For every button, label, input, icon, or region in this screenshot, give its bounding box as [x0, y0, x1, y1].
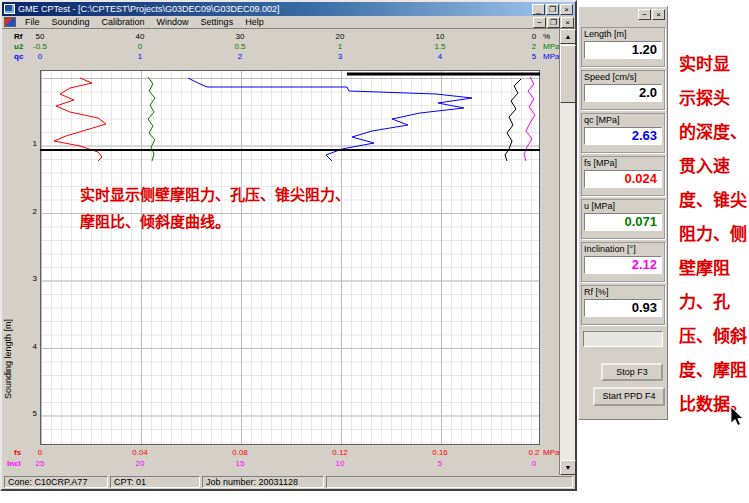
readout-value: 2.0	[584, 84, 662, 102]
readout-speed: Speed [cm/s]2.0	[581, 70, 665, 110]
status-cone: Cone: C10CRP.A77	[4, 476, 108, 488]
readout-label: fs [MPa]	[584, 158, 662, 168]
readout-qc: qc [MPa]2.63	[581, 113, 665, 153]
menu-item-file[interactable]: File	[19, 17, 46, 27]
axis-tick: 20	[120, 459, 160, 468]
axis-tick: 5	[420, 459, 460, 468]
axis-tick: -0.5	[20, 42, 60, 51]
vertical-scrollbar[interactable]: ▲ ▼	[559, 29, 575, 475]
axis-tick: 10	[320, 459, 360, 468]
close-button[interactable]: ×	[560, 4, 573, 15]
scrollbar-thumb[interactable]	[560, 45, 576, 103]
readout-label: u [MPa]	[584, 201, 662, 211]
status-job: Job number: 20031128	[202, 476, 324, 488]
readout-label: Rf [%]	[584, 287, 662, 297]
menu-item-settings[interactable]: Settings	[195, 17, 240, 27]
u2-axis-unit: MPa	[543, 42, 559, 51]
mouse-cursor-icon	[729, 406, 745, 427]
app-window: GME CPTest - [C:\CPTEST\Projects\G03DEC0…	[0, 0, 577, 491]
axis-tick: 15	[220, 459, 260, 468]
incl-axis-label: Incl	[7, 459, 21, 468]
axis-tick: 0	[20, 448, 60, 457]
axis-tick: 0	[20, 52, 60, 61]
readout-length: Length [m]1.20	[581, 27, 665, 67]
window-title: GME CPTest - [C:\CPTEST\Projects\G03DEC0…	[18, 4, 529, 14]
readout-blank-box	[583, 331, 663, 347]
axis-tick: 0.16	[420, 448, 460, 457]
axis-tick: 0.12	[320, 448, 360, 457]
axis-tick: 1	[120, 52, 160, 61]
minimize-button[interactable]: _	[532, 4, 545, 15]
u2-axis-row: u2 -0.500.511.52 MPa	[2, 42, 575, 52]
axis-tick: 10	[420, 32, 460, 41]
rf-axis-row: Rf 50403020100 %	[2, 32, 575, 42]
curves-plot	[40, 70, 540, 445]
readout-value: 0.071	[584, 213, 662, 231]
curve-qc	[188, 78, 472, 161]
readout-u: u [MPa]0.071	[581, 199, 665, 239]
readout-value: 0.024	[584, 170, 662, 188]
readout-rf: Rf [%]0.93	[581, 285, 665, 325]
axis-tick: 2	[220, 52, 260, 61]
axis-tick: 50	[20, 32, 60, 41]
axis-tick: 0.08	[220, 448, 260, 457]
start-ppd-button[interactable]: Start PPD F4	[593, 387, 665, 406]
incl-axis-row: Incl 2520151050	[2, 459, 575, 469]
depth-tick: 4	[22, 342, 37, 351]
axis-tick: 25	[20, 459, 60, 468]
plot-client-area: Rf 50403020100 % u2 -0.500.511.52 MPa qc…	[2, 29, 575, 475]
fs-axis-row: fs 00.040.080.120.160.2 MPa	[2, 448, 575, 458]
depth-tick: 1	[22, 139, 37, 148]
readout-fs: fs [MPa]0.024	[581, 156, 665, 196]
rf-axis-unit: %	[543, 32, 550, 41]
axis-tick: 40	[120, 32, 160, 41]
depth-tick: 2	[22, 207, 37, 216]
titlebar[interactable]: GME CPTest - [C:\CPTEST\Projects\G03DEC0…	[2, 2, 575, 16]
child-close-button[interactable]: ×	[561, 17, 574, 28]
y-axis-title: Sounding length [m]	[3, 169, 13, 399]
readout-label: qc [MPa]	[584, 115, 662, 125]
panel-close-button[interactable]: ×	[652, 9, 665, 20]
status-cpt: CPT: 01	[110, 476, 200, 488]
axis-tick: 30	[220, 32, 260, 41]
axis-tick: 1.5	[420, 42, 460, 51]
curve-u	[148, 77, 155, 161]
qc-axis-unit: MPa	[543, 52, 559, 61]
readout-panel: − × Length [m]1.20Speed [cm/s]2.0qc [MPa…	[578, 6, 668, 420]
menu-items: FileSoundingCalibrationWindowSettingsHel…	[19, 17, 530, 27]
plot-annotation: 实时显示侧壁摩阻力、孔压、锥尖阻力、 摩阻比、倾斜度曲线。	[80, 181, 472, 235]
axis-tick: 4	[420, 52, 460, 61]
scroll-down-icon[interactable]: ▼	[560, 460, 576, 475]
axis-tick: 3	[320, 52, 360, 61]
panel-minimize-button[interactable]: −	[638, 9, 651, 20]
readout-value: 1.20	[584, 41, 662, 59]
menu-item-calibration[interactable]: Calibration	[96, 17, 151, 27]
axis-tick: 0	[514, 459, 554, 468]
statusbar: Cone: C10CRP.A77 CPT: 01 Job number: 200…	[2, 475, 575, 489]
readout-label: Speed [cm/s]	[584, 72, 662, 82]
readout-value: 2.63	[584, 127, 662, 145]
maximize-button[interactable]: ❐	[546, 4, 559, 15]
depth-tick: 5	[22, 409, 37, 418]
status-filler	[326, 476, 573, 488]
depth-tick: 3	[22, 274, 37, 283]
menu-item-help[interactable]: Help	[239, 17, 270, 27]
child-restore-button[interactable]: ❐	[547, 17, 560, 28]
menu-item-window[interactable]: Window	[151, 17, 195, 27]
app-icon	[4, 4, 15, 14]
readout-inclination: Inclination [°]2.12	[581, 242, 665, 282]
axis-tick: 0.04	[120, 448, 160, 457]
axis-tick: 20	[320, 32, 360, 41]
stop-button[interactable]: Stop F3	[601, 363, 663, 381]
menu-item-sounding[interactable]: Sounding	[46, 17, 96, 27]
child-minimize-button[interactable]: −	[533, 17, 546, 28]
scroll-up-icon[interactable]: ▲	[560, 29, 576, 44]
axis-tick: 0	[120, 42, 160, 51]
readout-value: 2.12	[584, 256, 662, 274]
curve-fs	[54, 78, 106, 161]
readout-label: Inclination [°]	[584, 244, 662, 254]
curve-inclination	[524, 77, 535, 161]
readout-value: 0.93	[584, 299, 662, 317]
menubar: FileSoundingCalibrationWindowSettingsHel…	[2, 16, 575, 29]
axis-tick: 1	[320, 42, 360, 51]
